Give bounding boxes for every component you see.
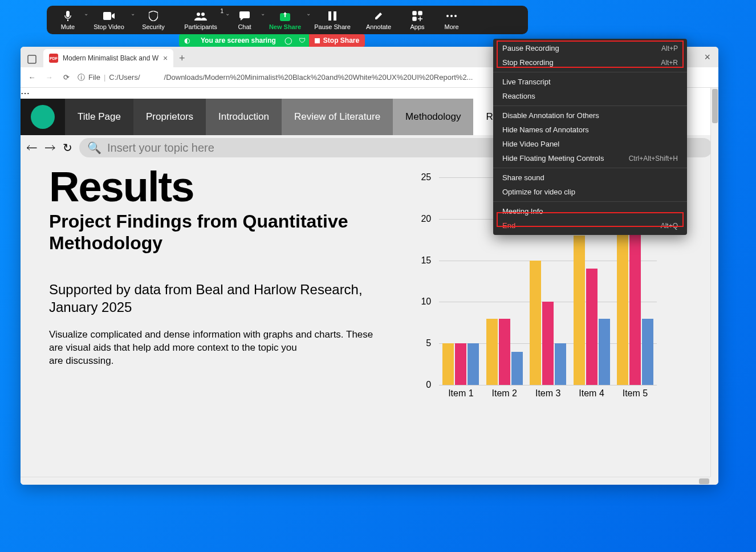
- menu-item-label: Pause Recording: [502, 44, 559, 52]
- chat-label: Chat: [238, 23, 251, 30]
- shield-icon: [149, 10, 158, 22]
- chat-button[interactable]: Chat ⌄: [227, 6, 262, 34]
- pause-share-button[interactable]: Pause Share: [308, 6, 357, 34]
- stop-share-label: Stop Share: [323, 36, 359, 44]
- y-tick: 5: [426, 338, 431, 348]
- scrollbar-thumb[interactable]: [699, 478, 709, 484]
- annotate-button[interactable]: Annotate: [357, 6, 400, 34]
- apps-icon: [412, 10, 422, 22]
- bar: [586, 269, 598, 385]
- vertical-scrollbar[interactable]: [710, 88, 718, 477]
- url-path-right: /Downloads/Modern%20Minimalist%20Black%2…: [164, 73, 473, 82]
- reload-button[interactable]: ⟳: [60, 73, 72, 82]
- forward-arrow-icon[interactable]: 🡒: [44, 141, 56, 155]
- svg-point-1: [197, 13, 200, 16]
- y-axis: 0510152025: [412, 177, 434, 388]
- menu-item[interactable]: Pause RecordingAlt+P: [493, 41, 687, 55]
- status-shield-icon[interactable]: 🛡: [295, 34, 309, 47]
- nav-title-page[interactable]: Title Page: [65, 99, 133, 135]
- bar: [555, 343, 566, 385]
- menu-item-label: Live Transcript: [502, 78, 551, 86]
- bar: [442, 343, 454, 385]
- back-button[interactable]: ←: [26, 73, 38, 82]
- bar: [530, 261, 541, 385]
- browser-tab[interactable]: PDF Modern Minimalist Black and W ×: [43, 49, 173, 67]
- pause-icon: [328, 10, 336, 22]
- logo-circle: [31, 105, 55, 129]
- apps-label: Apps: [410, 23, 424, 30]
- x-tick: Item 5: [623, 388, 648, 405]
- y-tick: 15: [421, 255, 431, 266]
- nav-introduction[interactable]: Introduction: [206, 99, 282, 135]
- new-share-label: New Share: [269, 23, 301, 30]
- bar-group: [486, 319, 523, 385]
- back-arrow-icon[interactable]: 🡐: [26, 141, 38, 155]
- menu-item[interactable]: Share sound: [493, 171, 687, 185]
- mute-button[interactable]: Mute ⌄: [50, 6, 86, 34]
- video-icon: [103, 10, 115, 22]
- x-tick: Item 2: [492, 388, 517, 405]
- svg-rect-0: [103, 12, 111, 20]
- participants-button[interactable]: Participants 1 ⌄: [174, 6, 227, 34]
- bar: [617, 210, 628, 385]
- menu-separator: [493, 105, 687, 106]
- security-label: Security: [142, 23, 165, 30]
- menu-item[interactable]: Disable Annotation for Others: [493, 108, 687, 123]
- nav-methodology[interactable]: Methodology: [393, 99, 473, 135]
- nav-proprietors[interactable]: Proprietors: [133, 99, 206, 135]
- refresh-icon[interactable]: ↻: [63, 141, 72, 155]
- stop-share-button[interactable]: Stop Share: [309, 34, 365, 47]
- page-support-text: Supported by data from Beal and Harlow R…: [49, 281, 389, 316]
- bar: [629, 219, 641, 385]
- bar: [542, 302, 554, 385]
- menu-item[interactable]: EndAlt+Q: [493, 218, 687, 233]
- menu-item[interactable]: Hide Floating Meeting ControlsCtrl+Alt+S…: [493, 151, 687, 165]
- pdf-icon: PDF: [49, 54, 58, 63]
- page-subheading: Project Findings from Quantitative Metho…: [49, 210, 389, 254]
- menu-item-label: Optimize for video clip: [502, 188, 575, 196]
- menu-item[interactable]: Optimize for video clip: [493, 185, 687, 199]
- window-close-button[interactable]: ×: [704, 51, 710, 63]
- gridline: [439, 385, 657, 385]
- svg-point-10: [446, 15, 449, 17]
- svg-point-12: [454, 15, 457, 17]
- bar-group: [574, 236, 610, 385]
- search-icon: 🔍: [87, 141, 101, 155]
- page-paragraph: Visualize complicated and dense informat…: [49, 328, 389, 355]
- more-button[interactable]: More: [434, 6, 469, 34]
- menu-item-shortcut: Ctrl+Alt+Shift+H: [629, 155, 678, 163]
- more-icon: [446, 10, 457, 22]
- menu-item[interactable]: Hide Names of Annotators: [493, 123, 687, 137]
- mic-icon: [63, 10, 72, 22]
- svg-rect-13: [28, 55, 36, 63]
- y-tick: 0: [426, 380, 431, 390]
- nav-review[interactable]: Review of Literature: [282, 99, 393, 135]
- status-circle-icon[interactable]: ◯: [282, 34, 295, 47]
- tab-close-button[interactable]: ×: [163, 54, 168, 63]
- svg-rect-4: [284, 14, 286, 17]
- stop-video-button[interactable]: Stop Video ⌄: [86, 6, 132, 34]
- apps-button[interactable]: Apps: [400, 6, 434, 34]
- participants-label: Participants: [184, 23, 217, 30]
- svg-point-2: [201, 13, 205, 16]
- stop-icon: [315, 38, 320, 43]
- scrollbar-thumb[interactable]: [712, 89, 718, 123]
- tab-overview-button[interactable]: [24, 51, 40, 67]
- mute-label: Mute: [61, 23, 75, 30]
- menu-item[interactable]: Stop RecordingAlt+R: [493, 55, 687, 70]
- menu-item-shortcut: Alt+Q: [661, 222, 678, 230]
- more-label: More: [444, 23, 458, 30]
- menu-item-label: Meeting Info: [502, 207, 543, 216]
- page-heading: Results: [49, 166, 389, 208]
- menu-item[interactable]: Live Transcript: [493, 75, 687, 89]
- forward-button[interactable]: →: [43, 73, 55, 82]
- horizontal-scrollbar[interactable]: [21, 477, 710, 485]
- security-button[interactable]: Security: [132, 6, 174, 34]
- svg-rect-5: [328, 11, 331, 21]
- menu-item[interactable]: Meeting Info: [493, 204, 687, 218]
- svg-rect-8: [418, 11, 422, 15]
- menu-item[interactable]: Hide Video Panel: [493, 137, 687, 151]
- new-tab-button[interactable]: +: [173, 49, 190, 67]
- menu-item[interactable]: Reactions: [493, 89, 687, 103]
- new-share-button[interactable]: New Share ⌄: [262, 6, 308, 34]
